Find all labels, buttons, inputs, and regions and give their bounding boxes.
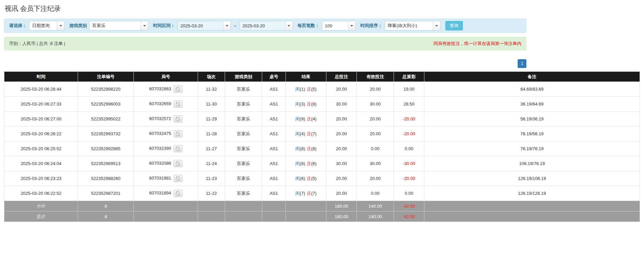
chevron-down-icon[interactable]: [141, 21, 148, 30]
total-row: 总计 8 180.00 140.00 -42.50: [4, 211, 640, 222]
col-header-total-bet: 总投注: [326, 72, 357, 82]
result-player-value: (8): [300, 161, 305, 166]
dice-icon: [176, 87, 180, 91]
col-header-session: 场次: [198, 72, 225, 82]
round-detail-button[interactable]: [174, 130, 182, 137]
cell-time: 2025-03-20 06:28:44: [4, 82, 78, 97]
subtotal-row: 小计 8 180.00 140.00 -42.50: [4, 201, 640, 211]
sort-label: 时间排序：: [361, 23, 382, 29]
cell-valid-bet: 30.00: [357, 97, 394, 112]
chevron-down-icon[interactable]: [285, 21, 293, 30]
round-detail-button[interactable]: [174, 175, 182, 182]
result-player-value: (6): [300, 176, 305, 181]
valid-bet-note: 同局有效投注，统一计算在该局第一张注单内: [434, 41, 521, 47]
page-size-group: 每页笔数：: [298, 21, 356, 30]
cell-game-type: 百家乐: [225, 171, 262, 186]
result-banker-label: 庄: [307, 101, 311, 107]
game-type-group: 游戏类别: [69, 21, 148, 30]
table-row: 2025-03-20 06:23:23 522352988260 6070319…: [4, 171, 640, 186]
cell-remark: 64.69/83.69: [424, 82, 640, 97]
cell-result: 闲(1)庄(5): [286, 82, 326, 97]
cell-table-no: AS1: [262, 97, 286, 112]
result-player-label: 闲: [295, 161, 300, 166]
date-from-combo[interactable]: [177, 21, 231, 30]
round-detail-button[interactable]: [174, 100, 182, 108]
result-player-label: 闲: [295, 191, 300, 196]
game-type-label: 游戏类别: [69, 23, 87, 29]
result-banker-label: 庄: [307, 131, 311, 136]
cell-session: 11-29: [198, 112, 225, 127]
cell-remark: 126.19/126.19: [424, 186, 640, 201]
cell-game-type: 百家乐: [225, 82, 262, 97]
currency-summary-text: 币别：人民币 | 总共 :8 注单 |: [9, 41, 65, 47]
result-player-value: (7): [300, 191, 305, 196]
cell-table-no: AS1: [262, 82, 286, 97]
date-to-input[interactable]: [240, 21, 285, 30]
cell-bet-id: 522352998220: [78, 82, 134, 97]
cell-remark: 36.19/64.69: [424, 97, 640, 112]
date-range-group: 时间区间： ~: [153, 21, 293, 30]
page-button-1[interactable]: 1: [518, 59, 526, 68]
total-payout: -42.50: [394, 211, 424, 222]
cell-game-type: 百家乐: [225, 141, 262, 156]
cell-valid-bet: 30.00: [357, 156, 394, 171]
round-detail-button[interactable]: [174, 190, 182, 197]
cell-result: 闲(8)庄(6): [286, 156, 326, 171]
total-valid-bet: 140.00: [357, 211, 394, 222]
cell-payout: 0.00: [394, 186, 424, 201]
cell-round: 607032390: [134, 141, 198, 156]
chevron-down-icon[interactable]: [57, 21, 64, 30]
round-number: 607032572: [149, 116, 171, 121]
cell-total-bet: 20.00: [326, 186, 357, 201]
cell-total-bet: 20.00: [326, 82, 357, 97]
search-button[interactable]: 查询: [445, 21, 463, 30]
cell-bet-id: 522352996003: [78, 97, 134, 112]
page-size-input[interactable]: [322, 21, 348, 30]
subtotal-count: 8: [78, 201, 134, 211]
result-player-value: (8): [300, 146, 305, 151]
cell-table-no: AS1: [262, 127, 286, 141]
result-player-label: 闲: [295, 116, 300, 121]
result-player-label: 闲: [295, 101, 300, 107]
query-type-combo[interactable]: [29, 21, 65, 30]
cell-total-bet: 20.00: [326, 171, 357, 186]
result-banker-value: (5): [311, 176, 317, 181]
page-size-combo[interactable]: [322, 21, 356, 30]
result-banker-label: 庄: [307, 191, 311, 196]
chevron-down-icon[interactable]: [348, 21, 355, 30]
chevron-down-icon[interactable]: [433, 21, 440, 30]
result-banker-value: (6): [311, 161, 317, 166]
round-detail-button[interactable]: [174, 86, 182, 93]
date-range-label: 时间区间：: [153, 23, 175, 29]
result-player-value: (9): [300, 116, 305, 121]
query-type-input[interactable]: [29, 21, 57, 30]
round-detail-button[interactable]: [174, 145, 182, 152]
cell-result: 闲(8)庄(8): [286, 141, 326, 156]
round-detail-button[interactable]: [174, 160, 182, 167]
date-to-combo[interactable]: [240, 21, 293, 30]
result-player-label: 闲: [295, 146, 300, 151]
cell-session: 11-22: [198, 186, 225, 201]
game-type-combo[interactable]: [89, 21, 148, 30]
result-player-value: (3): [300, 101, 305, 107]
round-detail-button[interactable]: [174, 115, 182, 122]
sort-combo[interactable]: [385, 21, 441, 30]
cell-game-type: 百家乐: [225, 97, 262, 112]
date-from-input[interactable]: [178, 21, 223, 30]
total-label: 总计: [4, 211, 78, 222]
dice-icon: [176, 117, 180, 121]
chevron-down-icon[interactable]: [223, 21, 230, 30]
cell-result: 闲(7)庄(7): [286, 186, 326, 201]
table-row: 2025-03-20 06:27:00 522352995022 6070325…: [4, 112, 640, 127]
sort-input[interactable]: [385, 21, 433, 30]
result-banker-label: 庄: [307, 161, 311, 166]
game-type-input[interactable]: [90, 21, 141, 30]
result-banker-value: (7): [311, 191, 317, 196]
cell-valid-bet: 20.00: [357, 127, 394, 141]
cell-bet-id: 522352989513: [78, 156, 134, 171]
cell-result: 闲(9)庄(4): [286, 112, 326, 127]
cell-total-bet: 20.00: [326, 141, 357, 156]
cell-time: 2025-03-20 06:24:04: [4, 156, 78, 171]
table-row: 2025-03-20 06:25:52 522352992885 6070323…: [4, 141, 640, 156]
cell-valid-bet: 20.00: [357, 82, 394, 97]
